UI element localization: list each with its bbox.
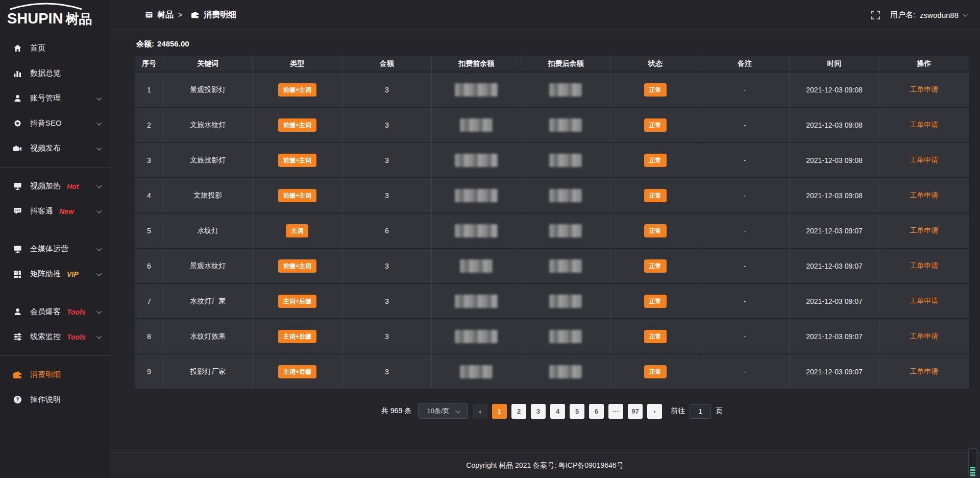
cell-balance-after (521, 178, 610, 212)
table-row: 5 水纹灯 主词 6 正常 - 2021-12-03 09:07 工单申请 (135, 213, 969, 249)
cell-note: - (700, 213, 790, 248)
sidebar-item-home[interactable]: 首页 (0, 36, 110, 61)
chevron-down-icon (96, 271, 102, 276)
page-button-4[interactable]: 4 (550, 404, 565, 419)
sidebar-item-account-management[interactable]: 账号管理 (0, 86, 110, 111)
table-row: 2 文旅水纹灯 前缀+主词 3 正常 - 2021-12-03 09:08 工单… (135, 108, 969, 143)
sidebar-item-video-publish[interactable]: 视频发布 (0, 136, 110, 161)
sidebar-item-video-heating[interactable]: 视频加热 Hot (0, 174, 110, 199)
ticket-apply-link[interactable]: 工单申请 (910, 226, 938, 235)
cell-balance-before (432, 73, 521, 107)
footer: Copyright 树品 2021 备案号: 粤ICP备09019646号 (110, 452, 980, 478)
table-header-row: 序号 关键词 类型 金额 扣费前余额 扣费后余额 状态 备注 时间 操作 (135, 56, 969, 73)
app-crumb-icon (145, 11, 153, 18)
cell-balance-before (432, 354, 521, 389)
table-row: 6 景观水纹灯 前缀+主词 3 正常 - 2021-12-03 09:07 工单… (135, 249, 969, 284)
sliders-icon (12, 333, 22, 341)
redacted-balance (549, 365, 582, 378)
sidebar-divider (0, 167, 110, 168)
cell-balance-before (432, 319, 521, 353)
cell-action: 工单申请 (879, 178, 969, 212)
cell-type: 前缀+主词 (253, 249, 342, 283)
sidebar-item-douyin-seo[interactable]: 抖音SEO (0, 111, 110, 136)
cell-time: 2021-12-03 09:07 (790, 284, 879, 318)
battery-widget[interactable] (968, 448, 977, 477)
page-button-6[interactable]: 6 (589, 404, 604, 419)
cell-keyword: 水纹灯 (163, 213, 253, 248)
table-row: 3 文旅投影灯 前缀+主词 3 正常 - 2021-12-03 09:08 工单… (135, 143, 969, 178)
cell-balance-after (521, 284, 610, 318)
sidebar-item-lead-monitor[interactable]: 线索监控 Tools (0, 324, 110, 349)
cell-balance-after (521, 354, 610, 389)
cell-note: - (700, 249, 790, 283)
column-header-balance-after: 扣费后余额 (521, 56, 610, 71)
chat-bubble-icon (12, 207, 22, 216)
prev-page-button[interactable]: ‹ (473, 404, 487, 419)
sidebar-item-label: 消费明细 (30, 370, 61, 379)
cell-type: 主词+后缀 (253, 319, 342, 353)
ellipsis-pages-button[interactable]: ··· (608, 404, 623, 419)
cell-balance-before (432, 178, 521, 212)
cell-no: 7 (135, 284, 163, 318)
vip-tag: VIP (67, 270, 79, 278)
sidebar-item-media-operation[interactable]: 全媒体运营 (0, 236, 110, 261)
cell-keyword: 景观投影灯 (163, 73, 253, 107)
user-menu[interactable]: 用户名: zswodun88 (890, 10, 967, 20)
content: 余额:24856.00 序号 关键词 类型 金额 扣费前余额 扣费后余额 状态 … (110, 30, 980, 478)
sidebar-item-member-baoke[interactable]: 会员爆客 Tools (0, 299, 110, 324)
cell-note: - (700, 319, 790, 353)
cell-time: 2021-12-03 09:08 (790, 143, 879, 177)
ticket-apply-link[interactable]: 工单申请 (910, 156, 938, 165)
goto-page-input[interactable] (690, 404, 711, 419)
copyright-text: Copyright 树品 2021 备案号: 粤ICP备09019646号 (466, 461, 623, 470)
table-row: 7 水纹灯厂家 主词+后缀 3 正常 - 2021-12-03 09:07 工单… (135, 284, 969, 319)
balance-value: 24856.00 (157, 39, 189, 48)
cell-no: 3 (135, 143, 163, 177)
sidebar-divider (0, 230, 110, 230)
ticket-apply-link[interactable]: 工单申请 (910, 191, 938, 200)
sidebar-item-consumption-detail[interactable]: 消费明细 (0, 362, 110, 387)
brand-name-en: SHUPIN (7, 10, 63, 27)
cell-no: 8 (135, 319, 163, 353)
chevron-down-icon (96, 246, 102, 251)
page-button-2[interactable]: 2 (511, 404, 526, 419)
cell-action: 工单申请 (879, 284, 969, 318)
redacted-balance (549, 259, 582, 273)
page-button-3[interactable]: 3 (531, 404, 546, 419)
type-badge: 前缀+主词 (278, 154, 316, 167)
ticket-apply-link[interactable]: 工单申请 (910, 367, 938, 376)
page-size-select[interactable]: 10条/页 (418, 403, 468, 419)
type-badge: 前缀+主词 (278, 259, 316, 273)
chevron-down-icon (96, 334, 102, 339)
ticket-apply-link[interactable]: 工单申请 (910, 261, 938, 271)
cell-time: 2021-12-03 09:07 (790, 249, 879, 283)
sidebar-item-operation-guide[interactable]: ? 操作说明 (0, 387, 110, 412)
cell-status: 正常 (611, 178, 700, 212)
cell-balance-after (521, 73, 610, 107)
redacted-balance (455, 330, 498, 343)
next-page-button[interactable]: › (647, 404, 662, 419)
ticket-apply-link[interactable]: 工单申请 (910, 297, 938, 306)
page-button-97[interactable]: 97 (628, 404, 643, 419)
chevron-down-icon (96, 146, 102, 151)
redacted-balance (549, 224, 582, 237)
sidebar-item-doukertong[interactable]: 抖客通 New (0, 199, 110, 224)
fullscreen-icon[interactable] (871, 11, 880, 19)
sidebar-item-label: 操作说明 (30, 395, 61, 404)
page-button-5[interactable]: 5 (570, 404, 584, 419)
sidebar-item-matrix-boost[interactable]: 矩阵助推 VIP (0, 261, 110, 286)
status-badge: 正常 (644, 154, 667, 167)
sidebar-item-data-overview[interactable]: 数据总览 (0, 61, 110, 86)
ticket-apply-link[interactable]: 工单申请 (910, 121, 938, 130)
goto-suffix: 页 (716, 407, 723, 416)
ticket-apply-link[interactable]: 工单申请 (910, 332, 938, 341)
page-button-1[interactable]: 1 (492, 404, 507, 419)
goto-page: 前往 页 (671, 404, 723, 419)
ticket-apply-link[interactable]: 工单申请 (910, 85, 938, 94)
cell-balance-after (521, 319, 610, 353)
cell-action: 工单申请 (879, 249, 969, 283)
breadcrumb-crumb-app[interactable]: 树品 (157, 10, 174, 20)
type-badge: 主词+后缀 (278, 295, 316, 308)
cell-keyword: 水纹灯效果 (163, 319, 253, 353)
cell-amount: 3 (342, 143, 432, 177)
